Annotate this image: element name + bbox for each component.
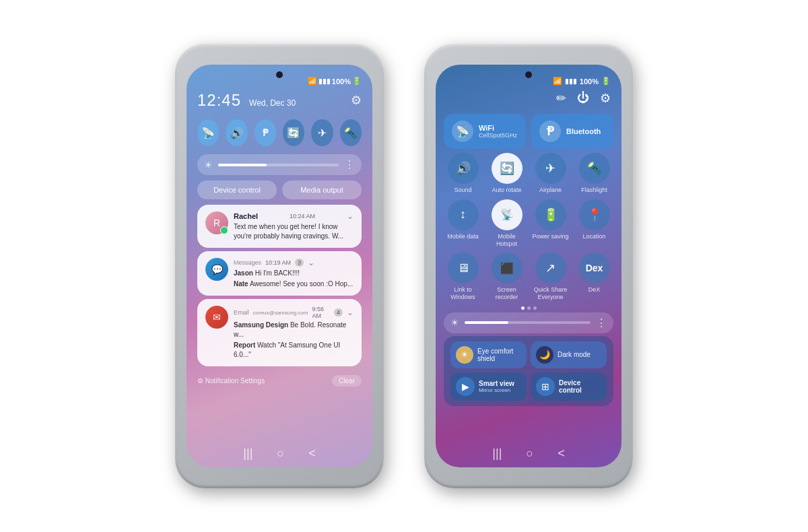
nav-bar-2: ||| ○ <	[436, 446, 621, 461]
qs-screen-recorder-label: Screen recorder	[487, 286, 526, 301]
notification-footer: ⚙ Notification Settings Clear	[187, 370, 372, 392]
phone-1-body: 📶 ▮▮▮ 100% 🔋 12:45 Wed, Dec 30 ⚙	[175, 44, 384, 488]
settings-icon[interactable]: ⚙	[351, 93, 362, 108]
qs-flashlight-icon: 🔦	[579, 153, 610, 184]
device-control-btn-2[interactable]: ⊞ Device control	[531, 372, 607, 401]
autorotate-quick-btn[interactable]: 🔄	[283, 119, 304, 146]
qs-location-item[interactable]: 📍 Location	[575, 199, 613, 248]
qs-link-windows-item[interactable]: 🖥 Link to Windows	[444, 253, 482, 301]
notification-email[interactable]: ✉ Email coreux@samsung.com 9:56 AM 4 ⌄ S…	[197, 299, 362, 366]
phone-1-wrapper: 📶 ▮▮▮ 100% 🔋 12:45 Wed, Dec 30 ⚙	[175, 44, 384, 488]
eye-dark-row: ☀ Eye comfort shield 🌙 Dark mode	[450, 341, 607, 368]
qs-autorotate-item[interactable]: 🔄 Auto rotate	[487, 153, 526, 194]
back-btn-1[interactable]: <	[308, 446, 316, 461]
signal-icon-2: ▮▮▮	[565, 77, 577, 85]
sound-quick-btn[interactable]: 🔊	[226, 119, 247, 146]
recent-apps-btn[interactable]: |||	[243, 446, 252, 461]
bt-tile[interactable]: Ᵽ Bluetooth	[531, 114, 613, 149]
bt-tile-icon: Ᵽ	[539, 121, 561, 142]
brightness-row-1[interactable]: ☀ ⋮	[197, 154, 362, 175]
dark-mode-label: Dark mode	[558, 351, 591, 358]
brightness-track[interactable]	[218, 164, 339, 166]
qs-airplane-icon: ✈	[535, 153, 566, 184]
email-line-2: Report Watch "At Samsung One UI 6.0..."	[234, 341, 354, 360]
settings-icon-2[interactable]: ⚙	[600, 91, 611, 106]
qs-quick-share-item[interactable]: ↗ Quick Share Everyone	[531, 253, 570, 301]
brightness-more-icon[interactable]: ⋮	[344, 158, 355, 171]
qs-link-windows-label: Link to Windows	[444, 286, 482, 301]
device-control-btn[interactable]: Device control	[197, 180, 277, 199]
email-line-1: Samsung Design Be Bold. Resonate w...	[234, 321, 354, 339]
eye-comfort-icon: ☀	[456, 346, 473, 364]
back-btn-2[interactable]: <	[558, 446, 565, 461]
qs-airplane-item[interactable]: ✈ Airplane	[531, 153, 570, 194]
flashlight-quick-btn[interactable]: 🔦	[340, 119, 362, 146]
qs-screen-recorder-item[interactable]: ⬛ Screen recorder	[487, 253, 526, 301]
brightness-row-2[interactable]: ☀ ⋮	[444, 312, 613, 333]
qs-hotspot-item[interactable]: 📡 Mobile Hotspot	[487, 199, 526, 248]
quick-settings-panel: 📶 ▮▮▮ 100% 🔋 ✏ ⏻ ⚙ 📡 WiFi	[436, 65, 621, 467]
sound-quick-icon: 🔊	[230, 127, 244, 139]
messages-expand-icon[interactable]: ⌄	[308, 258, 314, 267]
notification-clear-btn[interactable]: Clear	[332, 375, 362, 387]
brightness-more-icon-2[interactable]: ⋮	[596, 317, 607, 329]
messages-line-1: Jason Hi I'm BACK!!!!	[234, 269, 354, 278]
recent-apps-btn-2[interactable]: |||	[492, 446, 502, 461]
airplane-quick-btn[interactable]: ✈	[311, 119, 333, 146]
rachel-online-badge	[220, 226, 228, 234]
qs-flashlight-item[interactable]: 🔦 Flashlight	[575, 153, 613, 194]
wifi-quick-icon: 📡	[201, 127, 215, 139]
notification-panel: 📶 ▮▮▮ 100% 🔋 12:45 Wed, Dec 30 ⚙	[187, 65, 372, 467]
qs-dex-item[interactable]: Dex DeX	[575, 253, 613, 301]
edit-icon[interactable]: ✏	[556, 91, 566, 106]
phone-2-screen: 📶 ▮▮▮ 100% 🔋 ✏ ⏻ ⚙ 📡 WiFi	[436, 65, 621, 467]
wifi-tile-text: WiFi CellSpot5GHz	[479, 124, 517, 139]
qs-airplane-label: Airplane	[539, 187, 562, 194]
dot-3	[533, 306, 537, 310]
qs-sound-item[interactable]: 🔊 Sound	[444, 153, 482, 194]
wifi-tile[interactable]: 📡 WiFi CellSpot5GHz	[444, 114, 526, 149]
brightness-track-2[interactable]	[465, 321, 591, 324]
power-icon[interactable]: ⏻	[577, 91, 589, 106]
clock-time: 12:45	[197, 91, 241, 110]
qs-screen-recorder-icon: ⬛	[492, 253, 523, 284]
status-icons-1: 📶 ▮▮▮ 100% 🔋	[308, 77, 362, 86]
email-icon: ✉	[205, 306, 228, 329]
brightness-icon-2: ☀	[450, 317, 459, 328]
wifi-quick-btn[interactable]: 📡	[197, 119, 219, 146]
qs-mobile-data-icon: ↕	[448, 199, 479, 230]
qs-dex-icon: Dex	[579, 253, 610, 284]
camera-dot	[276, 71, 283, 78]
smart-view-icon: ▶	[456, 377, 475, 396]
rachel-body: Rachel 10:24 AM ⌄ Text me when you get h…	[234, 211, 354, 241]
home-btn-2[interactable]: ○	[526, 446, 533, 461]
home-btn-1[interactable]: ○	[277, 446, 284, 461]
media-output-btn[interactable]: Media output	[282, 180, 362, 199]
qs-location-icon: 📍	[579, 199, 610, 230]
dark-mode-btn[interactable]: 🌙 Dark mode	[531, 341, 607, 368]
battery-status: 100%	[332, 77, 351, 86]
qs-quick-share-label: Quick Share Everyone	[531, 286, 570, 301]
notification-messages[interactable]: 💬 Messages 10:19 AM 3 ⌄ Jason Hi I'm BAC…	[197, 251, 362, 296]
smart-view-btn[interactable]: ▶ Smart view Mirror screen	[450, 372, 527, 401]
qs-sound-icon: 🔊	[448, 153, 479, 184]
page-dots	[436, 306, 621, 310]
eye-comfort-btn[interactable]: ☀ Eye comfort shield	[450, 341, 527, 368]
device-control-icon: ⊞	[536, 377, 555, 396]
email-expand-icon[interactable]: ⌄	[347, 308, 354, 317]
phone-2-wrapper: 📶 ▮▮▮ 100% 🔋 ✏ ⏻ ⚙ 📡 WiFi	[424, 44, 633, 488]
bluetooth-quick-btn[interactable]: Ᵽ	[255, 119, 276, 146]
qs-sound-label: Sound	[454, 187, 471, 194]
qs-mobile-data-item[interactable]: ↕ Mobile data	[444, 199, 482, 248]
rachel-expand-icon[interactable]: ⌄	[347, 211, 354, 221]
email-app-name: Email	[234, 309, 249, 316]
qs-grid-1: 🔊 Sound 🔄 Auto rotate ✈ Airplane 🔦 Flash…	[444, 153, 613, 301]
qs-powersave-item[interactable]: 🔋 Power saving	[531, 199, 570, 248]
notification-settings-btn[interactable]: ⚙ Notification Settings	[197, 377, 265, 385]
messages-app-name: Messages	[234, 259, 261, 266]
qs-powersave-label: Power saving	[532, 233, 568, 240]
rachel-time: 10:24 AM	[290, 213, 315, 220]
device-control-label: Device control	[559, 379, 601, 394]
qs-flashlight-label: Flashlight	[581, 187, 607, 194]
notification-rachel[interactable]: R Rachel 10:24 AM ⌄ Text me when you get…	[197, 205, 362, 248]
